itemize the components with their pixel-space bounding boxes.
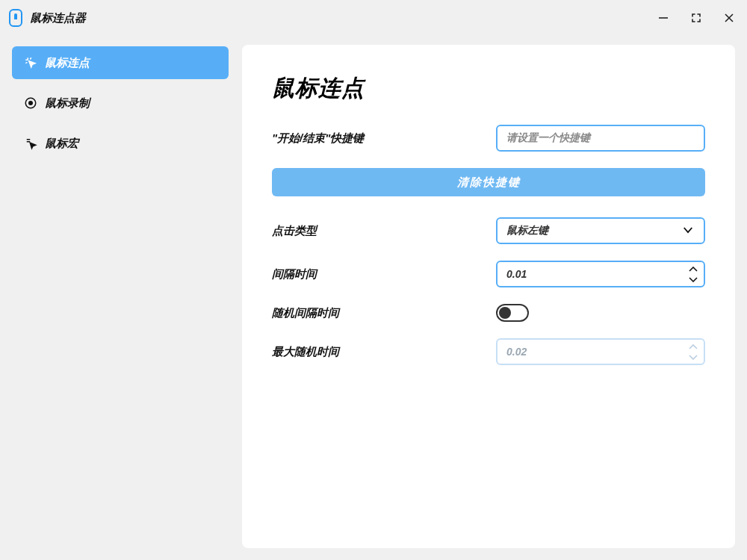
cursor-click-icon (24, 56, 37, 69)
sidebar-item-record[interactable]: 鼠标录制 (12, 87, 229, 119)
sidebar-item-label: 鼠标宏 (45, 137, 78, 151)
toggle-knob (499, 307, 511, 319)
hotkey-input[interactable]: 请设置一个快捷键 (496, 125, 705, 152)
clear-hotkey-button[interactable]: 清除快捷键 (272, 168, 705, 196)
max-random-step-down (686, 352, 701, 361)
record-icon (24, 96, 37, 110)
content-panel: 鼠标连点 "开始/结束"快捷键 请设置一个快捷键 清除快捷键 点击类型 鼠标左键 (242, 45, 735, 548)
sidebar-item-click[interactable]: 鼠标连点 (12, 46, 229, 79)
interval-value: 0.01 (506, 268, 695, 280)
chevron-down-icon (681, 223, 695, 239)
max-random-label: 最大随机时间 (272, 345, 496, 359)
macro-icon (24, 137, 37, 150)
max-random-spinner: 0.02 (496, 338, 705, 365)
max-random-step-up (686, 343, 701, 352)
sidebar-item-macro[interactable]: 鼠标宏 (12, 127, 229, 160)
interval-step-up[interactable] (686, 265, 701, 274)
click-type-select[interactable]: 鼠标左键 (496, 217, 705, 244)
close-button[interactable] (720, 9, 738, 27)
sidebar-item-label: 鼠标录制 (45, 96, 90, 111)
sidebar: 鼠标连点 鼠标录制 鼠标宏 (12, 45, 229, 548)
sidebar-item-label: 鼠标连点 (45, 56, 90, 70)
window-controls (654, 9, 738, 27)
svg-point-4 (29, 102, 33, 105)
page-title: 鼠标连点 (272, 73, 705, 104)
max-random-value: 0.02 (506, 346, 695, 358)
title-bar: 鼠标连点器 (0, 0, 747, 36)
minimize-button[interactable] (654, 9, 672, 27)
click-type-value: 鼠标左键 (506, 224, 548, 237)
interval-label: 间隔时间 (272, 267, 496, 281)
interval-spinner[interactable]: 0.01 (496, 261, 705, 287)
hotkey-label: "开始/结束"快捷键 (272, 131, 496, 146)
random-interval-label: 随机间隔时间 (272, 306, 496, 320)
interval-step-down[interactable] (686, 275, 701, 284)
random-interval-toggle[interactable] (496, 304, 529, 322)
hotkey-placeholder: 请设置一个快捷键 (506, 131, 590, 145)
app-title: 鼠标连点器 (30, 11, 86, 25)
maximize-button[interactable] (687, 9, 705, 27)
click-type-label: 点击类型 (272, 224, 496, 238)
app-icon (9, 9, 22, 27)
